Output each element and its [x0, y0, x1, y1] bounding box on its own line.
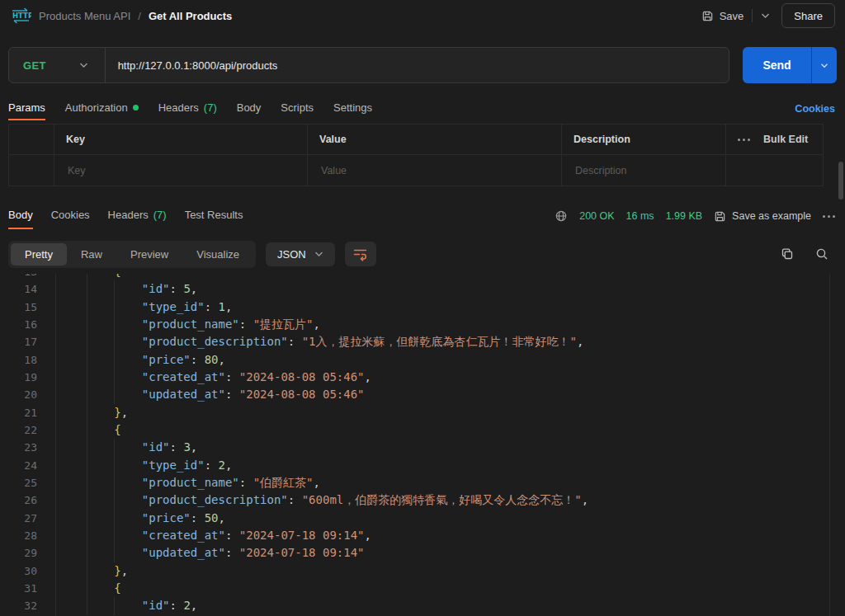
search-icon[interactable]: [815, 247, 828, 261]
url-input[interactable]: http://127.0.0.1:8000/api/products: [118, 59, 278, 72]
response-tab-cookies-label: Cookies: [51, 209, 90, 221]
collection-name[interactable]: Products Menu API: [39, 10, 130, 22]
topbar-actions: Save Share: [701, 3, 835, 28]
headers-count-badge: (7): [204, 101, 217, 114]
indent-guide: [114, 333, 115, 350]
code-line: 24"type_id": 2,: [0, 457, 845, 474]
indent-guide: [114, 369, 115, 386]
indent-guide: [87, 562, 87, 580]
response-toolbar: Pretty Raw Preview Visualize JSON: [8, 240, 835, 268]
indent-guide: [114, 316, 115, 333]
save-button[interactable]: Save: [701, 10, 744, 22]
send-options-button[interactable]: [811, 47, 837, 83]
request-name[interactable]: Get All Products: [149, 10, 232, 22]
indent-guide: [87, 510, 87, 527]
line-number: 19: [0, 369, 37, 386]
code-line: 19"created_at": "2024-08-08 05:46",: [0, 369, 845, 386]
indent-guide: [114, 597, 115, 614]
response-tab-headers[interactable]: Headers (7): [108, 203, 167, 229]
code-line: 13{: [0, 274, 845, 280]
method-selector[interactable]: GET: [23, 59, 46, 72]
params-header-actions: Bulk Edit: [726, 125, 823, 155]
params-value-column-header: Value: [308, 125, 562, 155]
save-options-button[interactable]: [761, 12, 770, 19]
tab-settings[interactable]: Settings: [333, 97, 372, 120]
view-switcher: Pretty Raw Preview Visualize: [8, 241, 256, 268]
code-line: 20"updated_at": "2024-08-08 05:46": [0, 386, 845, 403]
format-label: JSON: [277, 248, 306, 261]
breadcrumb: HTTP Products Menu API / Get All Product…: [10, 6, 232, 26]
response-tabs: Body Cookies Headers (7) Test Results: [8, 203, 243, 229]
save-label: Save: [720, 10, 744, 22]
send-button[interactable]: Send: [743, 47, 811, 83]
response-meta: 200 OK 16 ms 1.99 KB Save as example: [555, 203, 835, 229]
params-key-column-header: Key: [54, 125, 308, 155]
share-button[interactable]: Share: [781, 3, 835, 28]
response-tab-body[interactable]: Body: [8, 203, 33, 229]
response-more-options-icon[interactable]: [823, 215, 835, 218]
response-tab-test-results[interactable]: Test Results: [185, 203, 243, 229]
param-key-input[interactable]: [66, 164, 295, 177]
save-as-example-button[interactable]: Save as example: [714, 210, 811, 223]
line-number: 18: [0, 351, 37, 369]
indent-guide: [87, 544, 87, 562]
view-pretty[interactable]: Pretty: [11, 243, 67, 266]
more-options-icon[interactable]: [738, 139, 750, 141]
tab-body[interactable]: Body: [237, 97, 262, 120]
param-description-input[interactable]: [574, 164, 714, 177]
code-line: 31{: [0, 580, 845, 597]
status-badge[interactable]: 200 OK: [579, 210, 614, 222]
code-line: 29"updated_at": "2024-07-18 09:14": [0, 544, 845, 562]
param-value-input[interactable]: [319, 164, 550, 177]
format-dropdown[interactable]: JSON: [266, 242, 335, 266]
share-label: Share: [794, 10, 823, 22]
line-number: 26: [0, 491, 37, 509]
response-headers-count-badge: (7): [153, 209, 167, 221]
request-tabs: Params Authorization Headers (7) Body Sc…: [8, 97, 835, 120]
response-tab-cookies[interactable]: Cookies: [51, 203, 90, 229]
send-button-group: Send: [743, 47, 837, 83]
response-time[interactable]: 16 ms: [626, 210, 654, 222]
code-line: 30},: [0, 562, 845, 580]
view-visualize[interactable]: Visualize: [182, 243, 253, 266]
code-line: 27"price": 50,: [0, 510, 845, 527]
response-tab-body-label: Body: [8, 209, 33, 221]
indent-guide: [87, 457, 87, 474]
param-row-checkbox-cell[interactable]: [9, 155, 54, 186]
response-tab-headers-label: Headers: [108, 209, 149, 221]
code-lines: 13{14"id": 5,15"type_id": 1,16"product_n…: [0, 274, 845, 615]
response-body-editor[interactable]: 13{14"id": 5,15"type_id": 1,16"product_n…: [0, 274, 845, 616]
indent-guide: [114, 280, 115, 298]
globe-icon[interactable]: [555, 209, 568, 223]
save-icon: [701, 10, 714, 22]
save-example-icon: [714, 210, 726, 223]
view-raw[interactable]: Raw: [67, 243, 116, 266]
indent-guide: [87, 333, 87, 350]
tab-headers[interactable]: Headers (7): [158, 97, 217, 120]
view-preview[interactable]: Preview: [116, 243, 182, 266]
save-divider: [752, 9, 753, 22]
line-number: 17: [0, 333, 37, 350]
word-wrap-button[interactable]: [345, 242, 376, 266]
line-number: 29: [0, 544, 37, 562]
http-request-icon: HTTP: [10, 6, 31, 26]
vertical-scrollbar-thumb[interactable]: [838, 162, 843, 200]
format-chevron-down-icon: [314, 251, 323, 257]
indent-guide: [114, 299, 115, 316]
tab-params[interactable]: Params: [8, 97, 45, 120]
line-number: 20: [0, 386, 37, 403]
line-number: 30: [0, 562, 37, 580]
cookies-link[interactable]: Cookies: [795, 103, 835, 115]
method-chevron-down-icon[interactable]: [79, 62, 88, 68]
code-line: 21},: [0, 404, 845, 421]
response-size[interactable]: 1.99 KB: [666, 210, 702, 222]
tab-authorization[interactable]: Authorization: [65, 97, 139, 120]
copy-icon[interactable]: [781, 247, 794, 261]
tab-scripts[interactable]: Scripts: [281, 97, 314, 120]
bulk-edit-button[interactable]: Bulk Edit: [763, 134, 808, 145]
indent-guide: [114, 351, 115, 369]
indent-guide: [87, 404, 87, 421]
indent-guide: [87, 369, 87, 386]
param-value-cell: [308, 155, 562, 186]
line-number: 21: [0, 404, 37, 421]
